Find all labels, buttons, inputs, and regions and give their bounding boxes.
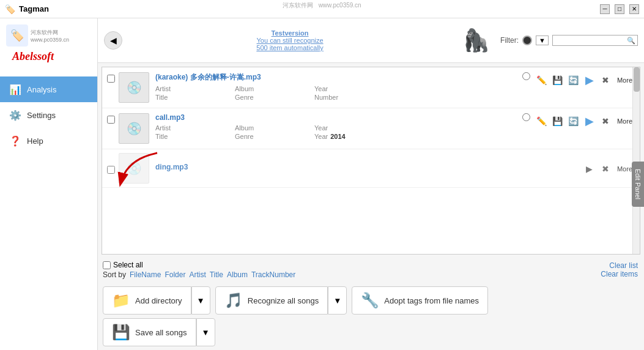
add-directory-wrap: 📁 Add directory ▼ xyxy=(103,286,210,315)
save-all-button[interactable]: 💾 Save all songs xyxy=(103,318,196,346)
genre-label-1: Genre xyxy=(235,94,308,101)
filter-dropdown-button[interactable]: ▼ xyxy=(536,35,549,45)
song-list[interactable]: 💿 (karaoke) 多余的解释-许嵩.mp3 Artist Album Ye… xyxy=(102,67,640,255)
song-checkbox-2[interactable] xyxy=(107,116,115,124)
delete-button-1[interactable]: ✖ xyxy=(599,73,612,87)
titlebar-left: 🏷️ Tagman xyxy=(5,4,49,14)
tags-icon: 🔧 xyxy=(361,292,379,309)
titlebar-watermark: 河东软件网 www.pc0359.cn xyxy=(0,1,644,10)
partial-song-checkbox[interactable] xyxy=(107,166,115,174)
filter-label: Filter: xyxy=(500,36,519,45)
album-label-2: Album xyxy=(235,124,308,132)
add-directory-button[interactable]: 📁 Add directory xyxy=(103,286,191,315)
search-wrap: 🔍 xyxy=(552,35,638,46)
back-button[interactable]: ◀ xyxy=(104,31,122,50)
delete-button-2[interactable]: ✖ xyxy=(599,114,612,128)
scrollbar[interactable] xyxy=(632,67,640,254)
save-button-2[interactable]: 💾 xyxy=(551,114,564,128)
sidebar-item-analysis[interactable]: 📊 Analysis xyxy=(0,76,97,102)
app-icon: 🏷️ xyxy=(5,4,15,14)
bottom-controls: Select all Sort by FileName Folder Artis… xyxy=(98,258,644,283)
clear-links: Clear list Clear items xyxy=(601,261,639,278)
sidebar-item-help[interactable]: ❓ Help xyxy=(0,128,97,154)
song-thumbnail-2: 💿 xyxy=(119,113,149,144)
adopt-tags-button[interactable]: 🔧 Adopt tags from file names xyxy=(352,286,488,315)
help-icon: ❓ xyxy=(9,134,22,147)
adopt-tags-label: Adopt tags from file names xyxy=(384,296,479,305)
song-checkbox-1[interactable] xyxy=(107,75,115,83)
minimize-button[interactable]: ─ xyxy=(600,4,610,14)
song-meta-2: Artist Album Year Title Genre Year 2014 xyxy=(155,124,522,140)
save-all-label: Save all songs xyxy=(135,328,187,337)
sort-tracknumber[interactable]: TrackNumber xyxy=(251,270,295,279)
save-button-1[interactable]: 💾 xyxy=(551,73,564,87)
sort-folder[interactable]: Folder xyxy=(165,270,185,279)
sidebar-nav: 📊 Analysis ⚙️ Settings ❓ Help xyxy=(0,72,97,350)
refresh-button-2[interactable]: 🔄 xyxy=(567,114,580,128)
folder-icon: 📁 xyxy=(112,292,130,309)
sidebar-item-analysis-label: Analysis xyxy=(27,85,56,94)
add-directory-label: Add directory xyxy=(135,296,182,305)
partial-song-title: ding.mp3 xyxy=(155,163,583,171)
add-directory-dropdown[interactable]: ▼ xyxy=(191,286,210,315)
recognize-all-dropdown[interactable]: ▼ xyxy=(328,286,347,315)
sort-title[interactable]: Title xyxy=(210,270,223,279)
edit-panel-tab[interactable]: Edit Panel xyxy=(632,162,644,207)
second-action-buttons-row: 💾 Save all songs ▼ xyxy=(98,318,644,350)
titlebar-controls: ─ □ ✕ xyxy=(600,4,639,14)
scrollbar-thumb[interactable] xyxy=(634,67,640,92)
sidebar-item-settings[interactable]: ⚙️ Settings xyxy=(0,102,97,128)
play-button-1[interactable]: ▶ xyxy=(583,73,596,87)
maximize-button[interactable]: □ xyxy=(615,4,624,14)
partial-play-button[interactable]: ▶ xyxy=(583,162,596,176)
sort-filename[interactable]: FileName xyxy=(130,270,161,279)
song-radio-1[interactable] xyxy=(522,72,530,80)
top-bar: ◀ Testversion You can still recognize 50… xyxy=(98,18,644,63)
select-all-label: Select all xyxy=(113,261,143,269)
main-layout: 🏷️ 河东软件网www.pc0359.cn Abelssoft 📊 Analys… xyxy=(0,18,644,350)
search-icon: 🔍 xyxy=(627,37,635,45)
action-buttons-row: 📁 Add directory ▼ 🎵 Recognize all songs … xyxy=(98,283,644,318)
title-label-2: Title xyxy=(155,133,229,140)
clear-items-link[interactable]: Clear items xyxy=(601,270,638,278)
song-item: 💿 call.mp3 Artist Album Year Title Genre… xyxy=(102,108,640,149)
song-actions-1: ✏️ 💾 🔄 ▶ ✖ More xyxy=(535,72,635,87)
recognize-all-label: Recognize all songs xyxy=(248,296,319,305)
song-radio-2[interactable] xyxy=(522,113,530,121)
number-area-2: Year 2014 xyxy=(314,133,376,140)
close-button[interactable]: ✕ xyxy=(629,4,639,14)
save-all-dropdown[interactable]: ▼ xyxy=(196,318,215,346)
edit-tag-button-1[interactable]: ✏️ xyxy=(535,73,549,87)
year-label-2: Year xyxy=(314,124,376,132)
partial-song-item: 💿 ding.mp3 ▶ ✖ More xyxy=(102,149,640,188)
logo-top: 🏷️ 河东软件网www.pc0359.cn xyxy=(6,24,91,47)
logo-icon: 🏷️ xyxy=(6,24,28,47)
select-all-checkbox[interactable] xyxy=(103,261,111,269)
number-label-1: Number xyxy=(314,94,376,101)
song-thumbnail-1: 💿 xyxy=(119,72,149,103)
edit-tag-button-2[interactable]: ✏️ xyxy=(535,114,549,128)
song-item: 💿 (karaoke) 多余的解释-许嵩.mp3 Artist Album Ye… xyxy=(102,67,640,108)
clear-list-link[interactable]: Clear list xyxy=(601,261,638,270)
music-icon: 🎵 xyxy=(224,292,243,309)
sidebar-item-settings-label: Settings xyxy=(27,111,56,120)
play-button-2[interactable]: ▶ xyxy=(583,114,596,128)
title-label-1: Title xyxy=(155,94,229,101)
partial-delete-button[interactable]: ✖ xyxy=(599,162,612,176)
sort-by-label: Sort by xyxy=(103,270,126,279)
sort-artist[interactable]: Artist xyxy=(189,270,205,279)
year-label-1: Year xyxy=(314,85,376,92)
sort-wrap: Sort by FileName Folder Artist Title Alb… xyxy=(103,270,295,279)
adopt-tags-wrap: 🔧 Adopt tags from file names xyxy=(352,286,488,315)
song-info-1: (karaoke) 多余的解释-许嵩.mp3 Artist Album Year… xyxy=(155,72,522,101)
recognize-all-button[interactable]: 🎵 Recognize all songs xyxy=(215,286,328,315)
partial-song-actions: ▶ ✖ More xyxy=(583,161,635,176)
watermark-top: 河东软件网www.pc0359.cn xyxy=(31,29,69,43)
filter-search-input[interactable] xyxy=(552,35,638,46)
sort-album[interactable]: Album xyxy=(227,270,248,279)
refresh-button-1[interactable]: 🔄 xyxy=(567,73,580,87)
save-all-wrap: 💾 Save all songs ▼ xyxy=(103,318,215,346)
recognize-all-wrap: 🎵 Recognize all songs ▼ xyxy=(215,286,347,315)
right-panel: ◀ Testversion You can still recognize 50… xyxy=(98,18,644,350)
titlebar: 🏷️ Tagman 河东软件网 www.pc0359.cn ─ □ ✕ xyxy=(0,0,644,18)
